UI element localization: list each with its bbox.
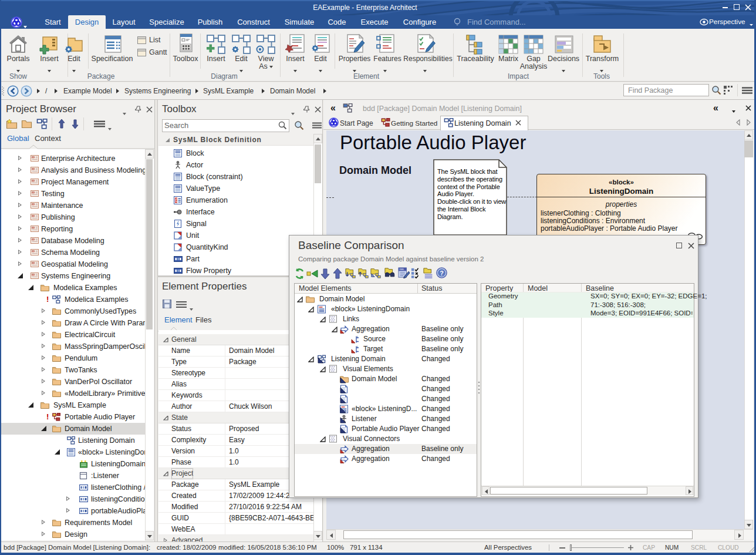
- svg-text:?: ?: [440, 270, 444, 277]
- svg-text:XML: XML: [399, 268, 404, 271]
